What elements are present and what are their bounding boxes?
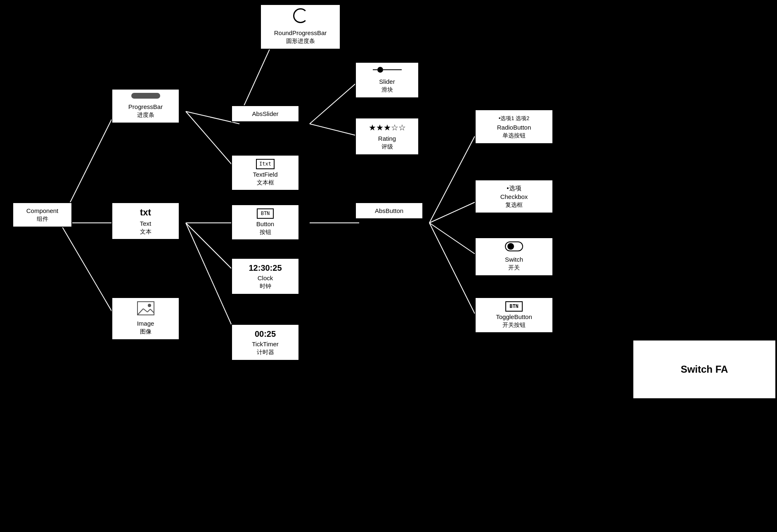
button-icon: BTN bbox=[237, 208, 294, 220]
rating-node: ★★★☆☆ Rating 评级 bbox=[355, 118, 419, 155]
slider-node: Slider 滑块 bbox=[355, 62, 419, 98]
svg-line-12 bbox=[429, 136, 475, 223]
togglebutton-icon: BTN bbox=[481, 301, 547, 312]
textfield-node: Itxt TextField 文本框 bbox=[231, 155, 299, 191]
svg-line-5 bbox=[310, 80, 359, 124]
image-node: Image 图像 bbox=[111, 297, 180, 340]
slider-icon bbox=[361, 66, 413, 76]
svg-line-15 bbox=[429, 223, 475, 314]
progressbar-node: ProgressBar 进度条 bbox=[111, 89, 180, 123]
image-icon bbox=[117, 301, 174, 317]
component-node: Component 组件 bbox=[12, 202, 72, 227]
svg-line-19 bbox=[147, 309, 150, 312]
svg-point-22 bbox=[377, 67, 383, 73]
togglebutton-node: BTN ToggleButton 开关按钮 bbox=[475, 297, 553, 333]
radiobutton-options: •选项1 选项2 bbox=[499, 115, 530, 122]
svg-line-6 bbox=[310, 124, 359, 136]
svg-line-2 bbox=[60, 223, 116, 318]
svg-line-13 bbox=[429, 202, 475, 223]
svg-line-17 bbox=[137, 309, 143, 315]
absbutton-node: AbsButton bbox=[355, 202, 423, 219]
svg-line-14 bbox=[429, 223, 475, 254]
svg-line-20 bbox=[150, 309, 154, 313]
rating-icon: ★★★☆☆ bbox=[361, 122, 413, 134]
svg-line-18 bbox=[143, 309, 147, 312]
switch-node: Switch 开关 bbox=[475, 237, 553, 276]
checkbox-option: •选项 bbox=[481, 184, 547, 192]
roundprogressbar-node: RoundProgressBar 圆形进度条 bbox=[260, 4, 341, 50]
radiobutton-node: •选项1 选项2 RadioButton 单选按钮 bbox=[475, 109, 553, 144]
switch-icon bbox=[481, 241, 547, 253]
switch-fa-label: Switch FA bbox=[632, 340, 776, 399]
text-node: txt Text 文本 bbox=[111, 202, 180, 240]
svg-point-26 bbox=[507, 243, 514, 250]
textfield-icon: Itxt bbox=[237, 159, 294, 170]
roundprogressbar-icon bbox=[266, 8, 335, 27]
svg-rect-16 bbox=[137, 302, 154, 315]
ticktimer-node: 00:25 TickTimer 计时器 bbox=[231, 324, 299, 361]
clock-node: 12:30:25 Clock 时钟 bbox=[231, 258, 299, 295]
checkbox-node: •选项 Checkbox 复选框 bbox=[475, 180, 553, 213]
absslider-node: AbsSlider bbox=[231, 105, 299, 122]
svg-point-21 bbox=[148, 304, 151, 307]
button-node: BTN Button 按钮 bbox=[231, 204, 299, 240]
progressbar-icon bbox=[117, 93, 174, 102]
